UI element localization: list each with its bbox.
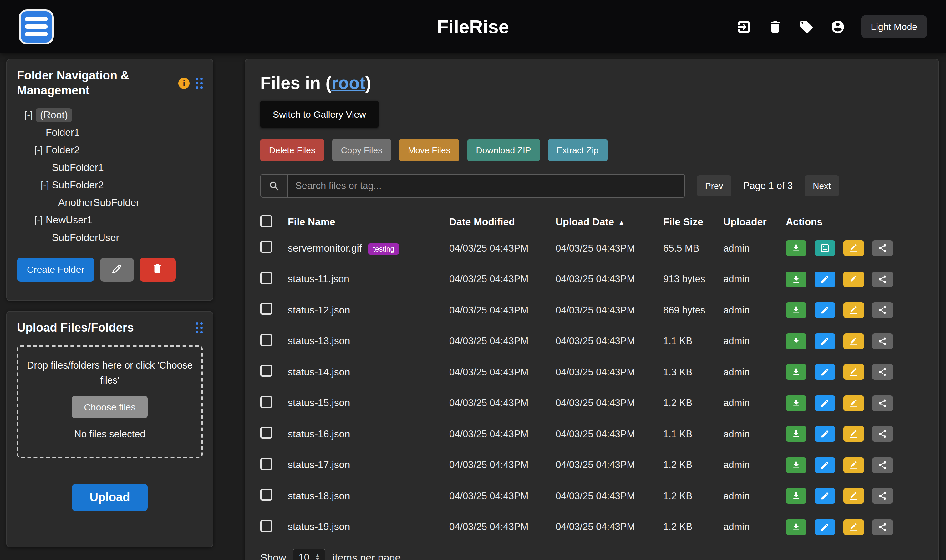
file-name[interactable]: status-16.json — [288, 429, 350, 439]
file-name[interactable]: status-18.json — [288, 491, 350, 501]
logout-icon[interactable] — [736, 18, 752, 35]
tree-label[interactable]: Folder1 — [46, 127, 80, 138]
download-button[interactable] — [786, 334, 806, 349]
file-name[interactable]: status-17.json — [288, 460, 350, 470]
tree-item[interactable]: AnotherSubFolder — [17, 194, 203, 211]
tree-label[interactable]: SubFolder1 — [52, 162, 103, 173]
toolbar-extract-zip-button[interactable]: Extract Zip — [548, 139, 607, 162]
filerise-logo[interactable] — [19, 9, 54, 44]
row-checkbox[interactable] — [260, 489, 272, 501]
file-name[interactable]: status-11.json — [288, 274, 349, 285]
tree-item[interactable]: [-] (Root) — [17, 106, 203, 123]
download-button[interactable] — [786, 488, 806, 504]
delete-folder-button[interactable] — [139, 257, 175, 281]
tree-label[interactable]: SubFolder2 — [52, 179, 103, 191]
tag-icon[interactable] — [798, 18, 815, 35]
row-checkbox[interactable] — [260, 520, 272, 532]
share-button[interactable] — [872, 426, 893, 442]
tree-item[interactable]: Folder1 — [17, 123, 203, 141]
drag-handle-icon[interactable] — [196, 322, 203, 334]
tree-item[interactable]: [-] SubFolder2 — [17, 176, 203, 194]
toolbar-delete-files-button[interactable]: Delete Files — [260, 139, 324, 162]
download-button[interactable] — [786, 365, 806, 380]
light-mode-button[interactable]: Light Mode — [861, 15, 927, 38]
share-button[interactable] — [872, 488, 893, 504]
download-button[interactable] — [786, 395, 806, 411]
download-button[interactable] — [786, 519, 806, 535]
toolbar-copy-files-button[interactable]: Copy Files — [332, 139, 391, 162]
trash-icon[interactable] — [767, 18, 783, 35]
download-button[interactable] — [786, 457, 806, 473]
tree-label[interactable]: SubFolderUser — [52, 232, 119, 243]
switch-gallery-view-button[interactable]: Switch to Gallery View — [260, 101, 378, 128]
edit-button[interactable] — [815, 426, 835, 442]
file-name[interactable]: status-13.json — [288, 336, 350, 346]
tree-toggle[interactable]: [-] — [34, 145, 46, 155]
header-uploader[interactable]: Uploader — [723, 217, 786, 228]
rename-button[interactable] — [843, 488, 864, 504]
tree-item[interactable]: [-] Folder2 — [17, 141, 203, 158]
rename-button[interactable] — [843, 365, 864, 380]
preview-image-button[interactable] — [815, 241, 835, 256]
file-name[interactable]: servermonitor.gif — [288, 243, 362, 254]
tree-toggle[interactable]: [-] — [41, 180, 52, 190]
file-name[interactable]: status-12.json — [288, 305, 350, 315]
row-checkbox[interactable] — [260, 365, 272, 377]
download-button[interactable] — [786, 303, 806, 318]
tree-label[interactable]: (Root) — [36, 108, 72, 122]
create-folder-button[interactable]: Create Folder — [17, 257, 94, 281]
edit-button[interactable] — [815, 488, 835, 504]
file-name[interactable]: status-14.json — [288, 367, 350, 377]
edit-button[interactable] — [815, 272, 835, 287]
file-name[interactable]: status-19.json — [288, 522, 350, 532]
share-button[interactable] — [872, 395, 893, 411]
row-checkbox[interactable] — [260, 427, 272, 439]
header-date-modified[interactable]: Date Modified — [449, 217, 555, 228]
edit-button[interactable] — [815, 365, 835, 380]
info-icon[interactable]: i — [178, 78, 189, 89]
header-file-name[interactable]: File Name — [288, 217, 449, 228]
tree-toggle[interactable]: [-] — [34, 215, 46, 225]
row-checkbox[interactable] — [260, 396, 272, 408]
select-all-checkbox[interactable] — [260, 215, 272, 227]
prev-page-button[interactable]: Prev — [697, 175, 731, 197]
rename-button[interactable] — [843, 241, 864, 256]
toolbar-download-zip-button[interactable]: Download ZIP — [468, 139, 540, 162]
share-button[interactable] — [872, 334, 893, 349]
rename-button[interactable] — [843, 303, 864, 318]
share-button[interactable] — [872, 303, 893, 318]
edit-button[interactable] — [815, 519, 835, 535]
search-input[interactable] — [288, 175, 685, 197]
drag-handle-icon[interactable] — [196, 78, 203, 89]
upload-button[interactable]: Upload — [72, 484, 148, 511]
rename-button[interactable] — [843, 457, 864, 473]
share-button[interactable] — [872, 241, 893, 256]
toolbar-move-files-button[interactable]: Move Files — [399, 139, 459, 162]
rename-button[interactable] — [843, 426, 864, 442]
rename-button[interactable] — [843, 272, 864, 287]
items-per-page-select[interactable]: 10 ▲▼ — [293, 549, 326, 560]
download-button[interactable] — [786, 272, 806, 287]
download-button[interactable] — [786, 241, 806, 256]
row-checkbox[interactable] — [260, 272, 272, 284]
edit-button[interactable] — [815, 303, 835, 318]
edit-button[interactable] — [815, 395, 835, 411]
row-checkbox[interactable] — [260, 458, 272, 470]
account-icon[interactable] — [830, 18, 846, 35]
root-folder-link[interactable]: root — [331, 73, 365, 92]
rename-button[interactable] — [843, 395, 864, 411]
tree-item[interactable]: [-] NewUser1 — [17, 211, 203, 229]
row-checkbox[interactable] — [260, 334, 272, 346]
rename-folder-button[interactable] — [100, 257, 134, 281]
share-button[interactable] — [872, 457, 893, 473]
rename-button[interactable] — [843, 334, 864, 349]
choose-files-button[interactable]: Choose files — [72, 396, 147, 418]
tree-label[interactable]: AnotherSubFolder — [58, 197, 140, 208]
share-button[interactable] — [872, 365, 893, 380]
edit-button[interactable] — [815, 334, 835, 349]
tree-label[interactable]: Folder2 — [46, 144, 80, 155]
header-upload-date[interactable]: Upload Date▲ — [555, 217, 663, 228]
file-name[interactable]: status-15.json — [288, 398, 350, 408]
edit-button[interactable] — [815, 457, 835, 473]
row-checkbox[interactable] — [260, 241, 272, 253]
